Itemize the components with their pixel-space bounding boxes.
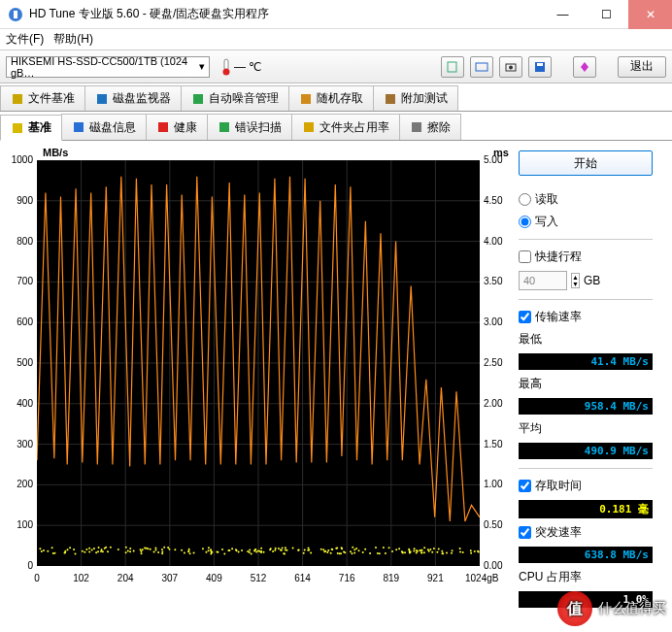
stepper-icon[interactable]: ▲▼ bbox=[571, 273, 580, 288]
tab-错误扫描[interactable]: 错误扫描 bbox=[207, 114, 292, 140]
x-tick: 512 bbox=[244, 573, 273, 583]
tab-擦除[interactable]: 擦除 bbox=[399, 114, 461, 140]
tab-icon bbox=[410, 120, 423, 134]
svg-point-127 bbox=[470, 552, 472, 554]
maximize-button[interactable]: ☐ bbox=[585, 0, 628, 29]
y-left-tick: 800 bbox=[6, 236, 33, 247]
screenshot-button[interactable] bbox=[499, 56, 522, 78]
y-left-tick: 0 bbox=[6, 560, 33, 571]
x-tick: 1024gB bbox=[465, 573, 494, 583]
svg-point-103 bbox=[154, 548, 156, 549]
thermometer-icon bbox=[221, 58, 231, 76]
svg-point-156 bbox=[189, 552, 191, 554]
read-radio[interactable]: 读取 bbox=[519, 191, 653, 208]
svg-point-169 bbox=[208, 547, 210, 549]
tab-文件基准[interactable]: 文件基准 bbox=[0, 85, 85, 111]
svg-point-122 bbox=[101, 549, 103, 550]
tab-基准[interactable]: 基准 bbox=[0, 115, 62, 141]
tab-磁盘信息[interactable]: 磁盘信息 bbox=[61, 114, 147, 140]
access-checkbox[interactable]: 存取时间 bbox=[519, 478, 653, 494]
svg-point-185 bbox=[353, 549, 355, 550]
tab-自动噪音管理[interactable]: 自动噪音管理 bbox=[181, 85, 289, 111]
svg-point-116 bbox=[322, 549, 324, 550]
svg-point-125 bbox=[358, 549, 360, 551]
svg-point-230 bbox=[125, 547, 127, 549]
tab-icon bbox=[299, 92, 313, 106]
svg-point-111 bbox=[153, 551, 155, 553]
svg-point-164 bbox=[350, 550, 352, 552]
drive-select-value: HIKSEMI HS-SSD-CC500/1TB (1024 gB… bbox=[11, 55, 199, 79]
svg-point-205 bbox=[64, 551, 66, 553]
svg-point-133 bbox=[420, 552, 422, 554]
tab-健康[interactable]: 健康 bbox=[146, 114, 208, 140]
tab-随机存取[interactable]: 随机存取 bbox=[288, 85, 374, 111]
svg-point-50 bbox=[303, 552, 305, 554]
start-button[interactable]: 开始 bbox=[519, 150, 653, 176]
svg-point-120 bbox=[73, 549, 75, 550]
window-title: HD Tune 专业版 5.60 - 硬盘/固态硬盘实用程序 bbox=[29, 6, 541, 22]
y-right-tick: 3.50 bbox=[484, 276, 511, 286]
svg-point-215 bbox=[462, 551, 464, 553]
svg-point-166 bbox=[205, 551, 207, 553]
svg-point-179 bbox=[53, 552, 55, 554]
svg-rect-10 bbox=[13, 94, 22, 104]
svg-point-100 bbox=[272, 550, 274, 552]
svg-point-176 bbox=[39, 548, 41, 549]
svg-point-196 bbox=[343, 550, 345, 552]
svg-point-190 bbox=[257, 549, 259, 551]
tab-文件夹占用率[interactable]: 文件夹占用率 bbox=[291, 114, 400, 140]
svg-point-58 bbox=[436, 551, 438, 553]
y-right-tick: 5.00 bbox=[484, 154, 511, 165]
svg-point-159 bbox=[97, 550, 99, 552]
svg-point-237 bbox=[41, 550, 43, 552]
svg-point-104 bbox=[377, 552, 379, 554]
svg-point-180 bbox=[174, 549, 176, 550]
right-panel: 开始 读取 写入 快捷行程 ▲▼ GB 传输速率 最低 41.4 MB/s 最高… bbox=[509, 147, 662, 608]
svg-point-212 bbox=[249, 551, 251, 553]
copy-info-button[interactable] bbox=[441, 56, 464, 78]
svg-point-3 bbox=[223, 68, 230, 75]
svg-point-182 bbox=[102, 550, 104, 552]
burst-checkbox[interactable]: 突发速率 bbox=[519, 524, 653, 541]
menu-file[interactable]: 文件(F) bbox=[6, 31, 44, 48]
x-tick: 0 bbox=[22, 573, 51, 583]
svg-point-132 bbox=[255, 551, 257, 553]
y-left-tick: 600 bbox=[6, 316, 33, 327]
exit-button[interactable]: 退出 bbox=[618, 56, 666, 78]
svg-rect-14 bbox=[386, 94, 395, 104]
svg-point-206 bbox=[298, 549, 300, 551]
transfer-checkbox[interactable]: 传输速率 bbox=[519, 309, 653, 325]
svg-point-172 bbox=[391, 550, 393, 552]
close-button[interactable]: ✕ bbox=[628, 0, 672, 29]
svg-point-210 bbox=[133, 550, 135, 552]
svg-point-187 bbox=[69, 547, 71, 549]
quick-checkbox[interactable]: 快捷行程 bbox=[519, 249, 653, 265]
menu-help[interactable]: 帮助(H) bbox=[53, 31, 93, 48]
cpu-label: CPU 占用率 bbox=[519, 569, 653, 585]
svg-point-64 bbox=[470, 549, 472, 551]
options-button[interactable] bbox=[573, 56, 596, 78]
svg-point-162 bbox=[43, 549, 45, 551]
svg-point-87 bbox=[263, 551, 265, 553]
svg-point-121 bbox=[161, 550, 163, 552]
quick-value-input[interactable] bbox=[519, 271, 567, 290]
svg-point-98 bbox=[431, 551, 433, 553]
tab-附加测试[interactable]: 附加测试 bbox=[373, 85, 458, 111]
svg-point-231 bbox=[308, 549, 310, 551]
svg-point-65 bbox=[385, 552, 386, 554]
temperature-value: — ℃ bbox=[234, 60, 261, 74]
svg-point-40 bbox=[292, 547, 294, 549]
minimize-button[interactable]: — bbox=[541, 0, 585, 29]
save-button[interactable] bbox=[528, 56, 552, 78]
svg-rect-15 bbox=[13, 123, 22, 133]
svg-point-141 bbox=[362, 551, 364, 553]
write-radio[interactable]: 写入 bbox=[519, 214, 653, 230]
copy-screenshot-button[interactable] bbox=[470, 56, 493, 78]
max-value: 958.4 MB/s bbox=[519, 398, 653, 415]
svg-point-208 bbox=[147, 548, 149, 549]
tab-icon bbox=[191, 92, 205, 106]
drive-select[interactable]: HIKSEMI HS-SSD-CC500/1TB (1024 gB… ▾ bbox=[6, 56, 210, 78]
svg-point-222 bbox=[401, 551, 403, 553]
tab-磁盘监视器[interactable]: 磁盘监视器 bbox=[84, 85, 182, 111]
svg-point-186 bbox=[235, 549, 237, 550]
